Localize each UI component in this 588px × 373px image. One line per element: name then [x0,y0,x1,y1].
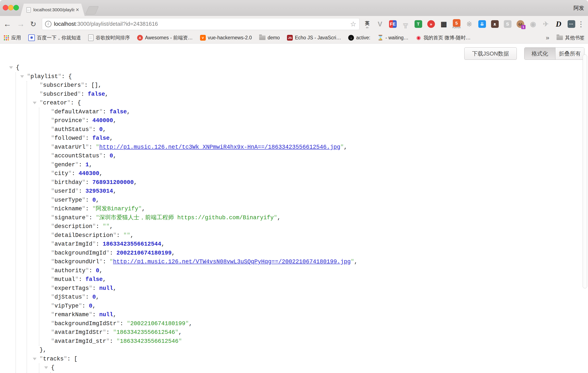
json-token: : [85,206,92,212]
json-token: 18633423556612546 [116,329,175,336]
json-line: "userId": 32953014, [0,187,588,196]
translate-icon-glyph: 英 [364,19,371,27]
bookmark-active[interactable]: ↓active: [348,35,370,41]
json-line: { [0,363,588,372]
hummingbird-icon[interactable]: ✈ [542,20,550,28]
collapse-triangle-icon[interactable] [20,75,24,78]
collapse-triangle-icon[interactable] [33,102,37,104]
json-token: : [96,241,103,247]
minimize-window-button[interactable] [8,5,14,11]
url-text[interactable]: localhost:3000/playlist/detail?id=243816… [54,21,350,27]
json-token: playlist [30,73,58,80]
json-token: , [113,311,116,318]
json-token: " [138,206,142,212]
browser-tab[interactable]: localhost:3000/playlist/detail? × [21,4,84,16]
json-token: false [88,91,105,97]
other-bookmarks-label: 其他书签 [565,34,585,41]
video-download-icon[interactable]: ⇊ [478,20,486,28]
collapse-triangle-icon[interactable] [44,366,48,369]
vue-icon[interactable]: V [376,20,384,28]
monkey-icon[interactable]: ω1 [516,20,524,28]
bookmark-google-sort[interactable]: 谷歌按时间排序 [88,34,130,41]
reload-button[interactable]: ↻ [30,21,36,28]
collapse-triangle-icon[interactable] [9,66,13,69]
bookmark-baidu[interactable]: ❋百度一下，你就知道 [28,34,81,41]
json-token: , [92,303,96,309]
qrcode-icon[interactable]: ▦ [440,20,448,28]
view-mode-segmented-control: 格式化 折叠所有 [524,47,584,60]
json-token: " [82,206,85,212]
scrollbar-thumb[interactable] [583,54,587,288]
collapse-all-button[interactable]: 折叠所有 [555,48,584,60]
json-token: " [89,285,92,292]
json-token: djStatus [54,294,82,300]
json-url-link[interactable]: http://p1.music.126.net/tc3Wk_XNPmwiR4hx… [99,144,340,150]
browser-menu-button[interactable]: ⋮ [577,20,585,28]
json-url-link[interactable]: http://p1.music.126.net/VTW4vsN08vwL3uSQ… [113,259,351,265]
json-line: "avatarImgId_str": "18633423556612546" [0,337,588,346]
json-token: 0 [92,294,96,300]
tab-close-icon[interactable]: × [76,7,79,13]
translate-icon[interactable]: 英en [363,19,371,29]
json-token: " [116,320,120,327]
json-token: }, [40,347,46,353]
json-token: " [51,135,54,141]
bookmark-demo-folder[interactable]: demo [259,35,280,41]
json-token: " [185,320,189,327]
back-button[interactable]: ← [3,20,11,28]
fast-forward-icon[interactable]: » [427,20,435,28]
password-dots-icon-glyph: ••• [567,20,575,28]
paw-icon[interactable]: ※ [465,20,473,28]
bookmark-apps-label: 应用 [11,34,21,41]
bookmark-weibo-home[interactable]: ◉我的首页 微博-随时… [416,34,471,41]
extensions-row: 英enVFE╦T»▦5PLAYER※⇊ᴥSω1◉✈D••• [363,19,575,29]
json-token: " [113,232,116,239]
json-token: " [67,100,71,106]
format-button[interactable]: 格式化 [525,48,555,60]
bookmark-echojs[interactable]: JSEcho JS - JavaScri… [287,35,341,41]
zoom-window-button[interactable] [13,5,19,11]
bookmark-awesomes[interactable]: AAwesomes - 前端资… [137,34,193,41]
json-token: " [89,311,92,318]
json-token: 440000 [92,117,113,124]
password-dots-icon[interactable]: ••• [567,20,575,28]
bookmark-active-label: active: [356,35,370,41]
json-line: "authority": 0, [0,266,588,275]
bookmarks-overflow-chevron[interactable]: » [546,34,549,41]
collapse-triangle-icon[interactable] [33,358,37,360]
weibo-gray-icon[interactable]: ◉ [529,20,537,28]
json-line: "subscribers": [], [0,81,588,90]
sitemap-icon[interactable]: ╦ [402,20,410,28]
other-bookmarks-button[interactable]: 其他书签 [556,34,585,41]
bookmark-vue-hackernews[interactable]: Vvue-hackernews-2.0 [200,35,252,41]
page-info-icon[interactable]: i [45,21,52,27]
fe-icon[interactable]: FE [389,20,397,28]
new-tab-button[interactable] [85,6,99,14]
address-bar[interactable]: i localhost:3000/playlist/detail?id=2438… [42,18,360,30]
bookmark-apps[interactable]: 应用 [3,34,21,41]
json-token: " [51,214,54,221]
json-token: 18633423556612544 [103,241,161,247]
mask-icon[interactable]: ᴥ [491,20,499,28]
bookmark-vue-hackernews-icon: V [200,35,206,41]
json-token: " [68,170,72,177]
s-letter-icon[interactable]: S [504,20,512,28]
json-line: "province": 440000, [0,116,588,125]
json-token: " [175,329,178,336]
download-json-button[interactable]: 下载JSON数据 [464,47,517,60]
html5-player-icon[interactable]: 5PLAYER [452,19,461,29]
json-token: false [109,109,127,115]
json-token: userId [54,188,75,194]
json-token: : [], [84,82,102,88]
json-token: " [51,338,54,344]
close-window-button[interactable] [3,5,8,11]
bookmark-waiting[interactable]: ⌛- waiting… [378,35,409,41]
json-token: , [113,285,116,292]
bookmark-star-icon[interactable]: ☆ [350,20,356,28]
url-path: :3000/playlist/detail?id=24381616 [76,21,158,27]
tampermonkey-shield-icon[interactable]: T [414,20,422,28]
json-token: 阿发Binaryify [96,206,138,212]
json-token: " [51,197,54,203]
json-token: : [85,294,92,300]
devdocs-d-icon[interactable]: D [555,20,563,28]
